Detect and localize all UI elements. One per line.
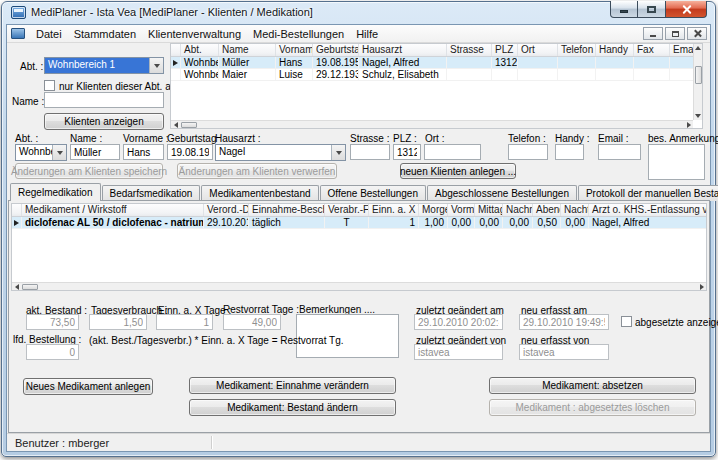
abt-combo[interactable]: Wohnbereich xyxy=(15,144,67,161)
anmerkungen-textarea[interactable] xyxy=(648,144,705,180)
abgesetzte-checkbox[interactable] xyxy=(621,316,632,327)
client-row-maier[interactable]: Wohnbere Maier Luise 29.12.1935 Schulz, … xyxy=(171,69,702,81)
plz-field[interactable] xyxy=(393,144,421,160)
medication-table-hscrollbar[interactable] xyxy=(12,282,706,290)
status-bar: Benutzer : mberger xyxy=(7,433,710,451)
save-client-button[interactable]: Änderungen am Klienten speichern xyxy=(15,163,163,179)
col-plz[interactable]: PLZ xyxy=(492,44,518,56)
menu-medi-bestellungen[interactable]: Medi-Bestellungen xyxy=(247,27,350,41)
client-row-mueller[interactable]: Wohnbere Müller Hans 19.08.1953 Nagel, A… xyxy=(171,57,702,69)
close-button[interactable] xyxy=(665,1,707,18)
tab-bedarfsmedikation[interactable]: Bedarfsmedikation xyxy=(102,185,201,201)
email-field[interactable] xyxy=(598,144,641,160)
menu-hilfe[interactable]: Hilfe xyxy=(350,27,384,41)
status-user: Benutzer : mberger xyxy=(15,437,109,449)
mdi-close-button[interactable] xyxy=(687,27,707,40)
discontinue-medication-button[interactable]: Medikament: absetzen xyxy=(489,377,696,394)
mdi-minimize-button[interactable] xyxy=(643,27,663,40)
table-cell: Müller xyxy=(219,57,276,68)
vscroll-thumb[interactable] xyxy=(695,66,702,84)
client-table-hscrollbar[interactable] xyxy=(171,120,693,128)
col-vorname[interactable]: Vorname xyxy=(276,44,313,56)
discard-client-button[interactable]: Änderungen am Klienten verwerfen xyxy=(177,163,337,179)
client-table-vscrollbar[interactable] xyxy=(693,44,702,120)
delete-discontinued-button[interactable]: Medikament : abgesetztes löschen xyxy=(489,399,696,416)
col-name[interactable]: Name xyxy=(219,44,276,56)
window-title: MediPlaner - Ista Vea [MediPlaner - Klie… xyxy=(31,6,313,18)
change-intake-button[interactable]: Medikament: Einnahme verändern xyxy=(189,377,396,394)
regelmedikation-panel: Medikament / Wirkstoff Verord.-Dat. Einn… xyxy=(8,200,710,433)
only-dept-checkbox-label: nur Klienten dieser Abt. anz. xyxy=(59,81,184,92)
menu-klientenverwaltung[interactable]: Klientenverwaltung xyxy=(142,27,247,41)
col-abt[interactable]: Abt. xyxy=(181,44,219,56)
chevron-down-icon[interactable] xyxy=(52,145,66,160)
col-einn-x-tage[interactable]: Einn. a. X Tage xyxy=(369,204,419,216)
tagesverbrauch-field xyxy=(89,314,147,330)
chevron-down-icon[interactable] xyxy=(149,58,163,73)
medication-table: Medikament / Wirkstoff Verord.-Dat. Einn… xyxy=(11,203,707,291)
only-dept-checkbox[interactable] xyxy=(44,80,55,91)
hausarzt-combo[interactable]: Nagel xyxy=(215,144,346,161)
col-mittag[interactable]: Mittag xyxy=(475,204,503,216)
medication-row-diclofenac[interactable]: diclofenac AL 50 / diclofenac - natrium … xyxy=(12,217,706,229)
minimize-button[interactable] xyxy=(610,1,638,18)
mdi-restore-button[interactable] xyxy=(665,27,685,40)
col-strasse[interactable]: Strasse xyxy=(447,44,492,56)
change-stock-button[interactable]: Medikament: Bestand ändern xyxy=(189,399,396,416)
tab-abgeschlossene-bestellungen[interactable]: Abgeschlossene Bestellungen xyxy=(427,185,577,201)
abt-filter-combo[interactable]: Wohnbereich 1 xyxy=(44,57,164,74)
name-filter-input[interactable] xyxy=(44,92,164,108)
arrow-right-icon[interactable] xyxy=(697,283,706,291)
medication-table-header: Medikament / Wirkstoff Verord.-Dat. Einn… xyxy=(12,204,706,217)
col-telefon[interactable]: Telefon xyxy=(558,44,596,56)
vorname-field[interactable] xyxy=(123,144,164,160)
tab-medikamentenbestand[interactable]: Medikamentenbestand xyxy=(201,185,318,201)
menu-stammdaten[interactable]: Stammdaten xyxy=(68,27,142,41)
restvorrat-field xyxy=(223,314,281,330)
tab-strip: Regelmedikation Bedarfsmedikation Medika… xyxy=(8,183,718,201)
col-einnahme-beschreibung[interactable]: Einnahme-Beschreibung xyxy=(249,204,325,216)
col-nachm[interactable]: Nachm. xyxy=(503,204,533,216)
telefon-field[interactable] xyxy=(508,144,548,160)
selected-row-icon xyxy=(173,60,178,66)
arrow-down-icon[interactable] xyxy=(694,112,703,120)
col-handy[interactable]: Handy xyxy=(596,44,634,56)
col-geburtstag[interactable]: Geburtstag xyxy=(313,44,359,56)
col-verord-dat[interactable]: Verord.-Dat. xyxy=(204,204,249,216)
mdi-window-icon[interactable] xyxy=(11,28,25,39)
title-bar[interactable]: MediPlaner - Ista Vea [MediPlaner - Klie… xyxy=(2,2,715,24)
new-client-button[interactable]: neuen Klienten anlegen ... xyxy=(400,163,516,179)
maximize-button[interactable] xyxy=(638,1,665,18)
arrow-right-icon[interactable] xyxy=(684,121,693,129)
name-label: Name : xyxy=(70,133,102,144)
arrow-up-icon[interactable] xyxy=(694,44,703,52)
geburtstag-field[interactable] xyxy=(167,144,213,160)
col-arzt-verordnet[interactable]: Arzt o. KHS.-Entlassung verordnet xyxy=(589,204,707,216)
arrow-left-icon[interactable] xyxy=(171,121,180,129)
col-ort[interactable]: Ort xyxy=(518,44,558,56)
telefon-label: Telefon : xyxy=(508,133,546,144)
col-verabr-form[interactable]: Verabr.-Form xyxy=(325,204,369,216)
hscroll-thumb[interactable] xyxy=(22,284,38,290)
ort-field[interactable] xyxy=(424,144,481,160)
hscroll-thumb[interactable] xyxy=(181,122,197,128)
col-morgen[interactable]: Morgen xyxy=(419,204,448,216)
col-hausarzt[interactable]: Hausarzt xyxy=(359,44,447,56)
tab-protokoll-bestands-aenderungen[interactable]: Protokoll der manuellen Bestands-Änderun… xyxy=(578,185,718,201)
arrow-left-icon[interactable] xyxy=(12,283,21,291)
menu-datei[interactable]: Datei xyxy=(30,27,68,41)
strasse-field[interactable] xyxy=(350,144,390,160)
col-nacht[interactable]: Nacht xyxy=(561,204,589,216)
show-clients-button[interactable]: Klienten anzeigen xyxy=(44,113,164,130)
hausarzt-label: Hausarzt : xyxy=(215,133,261,144)
col-medikament[interactable]: Medikament / Wirkstoff xyxy=(22,204,204,216)
col-abend[interactable]: Abend xyxy=(533,204,561,216)
col-fax[interactable]: Fax xyxy=(634,44,670,56)
col-vorm[interactable]: Vorm. xyxy=(448,204,475,216)
tab-regelmedikation[interactable]: Regelmedikation xyxy=(10,183,101,201)
name-field[interactable] xyxy=(70,144,120,160)
new-medication-button[interactable]: Neues Medikament anlegen xyxy=(23,378,153,395)
tab-offene-bestellungen[interactable]: Offene Bestellungen xyxy=(320,185,426,201)
handy-field[interactable] xyxy=(555,144,584,160)
chevron-down-icon[interactable] xyxy=(331,145,345,160)
